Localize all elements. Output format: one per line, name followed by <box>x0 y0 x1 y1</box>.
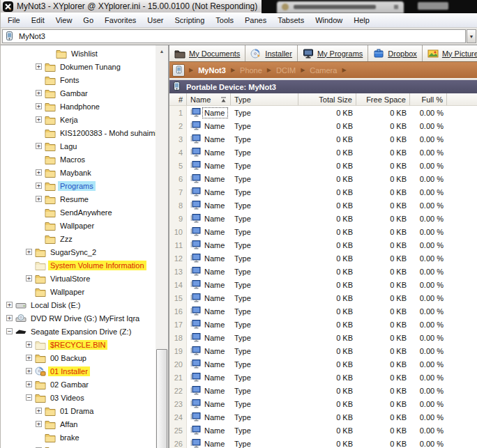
tree-scrollbar-thumb[interactable] <box>156 349 167 448</box>
file-row-3[interactable]: 3NameType0 KB0 KB0.00 % <box>169 132 477 146</box>
file-row-9[interactable]: 9NameType0 KB0 KB0.00 % <box>169 212 477 225</box>
name-cell[interactable]: Name <box>187 106 231 119</box>
name-cell[interactable]: Name <box>187 172 231 185</box>
file-row-21[interactable]: 21NameType0 KB0 KB0.00 % <box>169 371 477 384</box>
expand-icon[interactable]: + <box>6 315 13 321</box>
tree-item-dvd-rw-drive-g-myfirst-iqra[interactable]: +DVD RW Drive (G:) MyFirst Iqra <box>1 311 154 325</box>
expand-icon[interactable]: + <box>36 421 42 427</box>
tree-item-lagu[interactable]: +Lagu <box>1 139 154 153</box>
name-cell[interactable]: Name <box>187 331 231 344</box>
name-cell[interactable]: Name <box>187 252 231 265</box>
expand-icon[interactable]: + <box>36 63 42 70</box>
column-header--[interactable]: # <box>169 93 187 105</box>
tree-item-system-volume-information[interactable]: System Volume Information <box>1 258 154 272</box>
tree-item-seagate-expansion-drive-z-[interactable]: −Seagate Expansion Drive (Z:) <box>1 325 154 338</box>
file-row-16[interactable]: 16NameType0 KB0 KB0.00 % <box>169 304 477 318</box>
tree-item-virtualstore[interactable]: +VirtualStore <box>1 272 154 285</box>
expand-icon[interactable]: + <box>36 408 42 414</box>
column-header-type[interactable]: Type <box>231 93 298 105</box>
menu-item-window[interactable]: Window <box>310 13 348 27</box>
file-row-22[interactable]: 22NameType0 KB0 KB0.00 % <box>169 384 477 397</box>
expand-icon[interactable]: + <box>36 103 42 109</box>
tab-dropbox[interactable]: Dropbox <box>368 45 423 61</box>
tab-my-programs[interactable]: My Programs <box>298 45 368 61</box>
name-cell[interactable]: Name <box>187 397 231 410</box>
name-cell[interactable]: Name <box>187 357 231 371</box>
file-row-7[interactable]: 7NameType0 KB0 KB0.00 % <box>169 185 477 199</box>
tab-my-pictures[interactable]: My Pictures <box>423 45 477 61</box>
tree-item-local-disk-e-[interactable]: +Local Disk (E:) <box>1 298 154 311</box>
menu-item-favorites[interactable]: Favorites <box>99 13 142 27</box>
tree-item[interactable]: + <box>1 444 154 448</box>
menu-item-scripting[interactable]: Scripting <box>169 13 211 27</box>
expand-icon[interactable]: + <box>36 143 42 149</box>
file-row-15[interactable]: 15NameType0 KB0 KB0.00 % <box>169 291 477 304</box>
expand-icon[interactable]: + <box>36 116 42 123</box>
expand-icon[interactable]: + <box>26 249 32 255</box>
tree-scrollbar[interactable]: ▲ <box>156 45 168 448</box>
name-cell[interactable]: Name <box>187 199 231 212</box>
menu-item-edit[interactable]: Edit <box>26 13 50 27</box>
tab-installer[interactable]: Installer <box>245 45 298 61</box>
file-row-11[interactable]: 11NameType0 KB0 KB0.00 % <box>169 238 477 252</box>
menu-item-file[interactable]: File <box>2 13 26 27</box>
breadcrumb-item-mynot3[interactable]: MyNot3 <box>197 66 227 75</box>
file-row-6[interactable]: 6NameType0 KB0 KB0.00 % <box>169 172 477 185</box>
column-header-full-[interactable]: Full % <box>410 93 447 105</box>
tree-item-resume[interactable]: +Resume <box>1 192 154 206</box>
menu-item-user[interactable]: User <box>142 13 169 27</box>
file-row-14[interactable]: 14NameType0 KB0 KB0.00 % <box>169 278 477 291</box>
tree-item-programs[interactable]: +Programs <box>1 179 154 192</box>
tree-item-03-videos[interactable]: −03 Videos <box>1 391 154 404</box>
address-dropdown-button[interactable]: ▼ <box>467 29 476 43</box>
name-cell[interactable]: Name <box>187 410 231 424</box>
name-cell[interactable]: Name <box>187 132 231 146</box>
name-cell[interactable]: Name <box>187 278 231 291</box>
tree-item-00-backup[interactable]: +00 Backup <box>1 351 154 364</box>
column-header-name[interactable]: Name <box>187 93 231 105</box>
file-row-23[interactable]: 23NameType0 KB0 KB0.00 % <box>169 397 477 410</box>
menu-item-help[interactable]: Help <box>348 13 375 27</box>
expand-icon[interactable]: + <box>36 90 42 96</box>
expand-icon[interactable]: + <box>26 275 32 281</box>
expand-icon[interactable]: + <box>26 381 32 387</box>
expand-icon[interactable]: + <box>26 368 32 374</box>
file-row-17[interactable]: 17NameType0 KB0 KB0.00 % <box>169 318 477 331</box>
tree-item-kerja[interactable]: +Kerja <box>1 113 154 126</box>
column-header-total-size[interactable]: Total Size <box>298 93 356 105</box>
expand-icon[interactable]: + <box>26 355 32 361</box>
tab-my-documents[interactable]: My Documents <box>169 45 245 61</box>
tree-item-wallpaper[interactable]: Wallpaper <box>1 285 154 298</box>
menu-item-view[interactable]: View <box>50 13 78 27</box>
tree-item--recycle-bin[interactable]: +$RECYCLE.BIN <box>1 338 154 351</box>
file-row-2[interactable]: 2NameType0 KB0 KB0.00 % <box>169 119 477 132</box>
name-cell[interactable]: Name <box>187 384 231 397</box>
tree-item-wishlist[interactable]: Wishlist <box>1 47 154 60</box>
menu-item-tabsets[interactable]: Tabsets <box>272 13 310 27</box>
breadcrumb-device-button[interactable] <box>172 64 185 77</box>
expand-icon[interactable]: + <box>26 341 32 348</box>
file-row-4[interactable]: 4NameType0 KB0 KB0.00 % <box>169 146 477 159</box>
file-row-20[interactable]: 20NameType0 KB0 KB0.00 % <box>169 357 477 371</box>
tree-item-dokumen-tunang[interactable]: +Dokumen Tunang <box>1 60 154 73</box>
tree-item-affan[interactable]: +Affan <box>1 417 154 431</box>
name-cell[interactable]: Name <box>187 424 231 437</box>
tree-item-brake[interactable]: brake <box>1 431 154 444</box>
tree-item-gambar[interactable]: +Gambar <box>1 86 154 100</box>
file-row-26[interactable]: 26NameType0 KB0 KB0.00 % <box>169 437 477 448</box>
menu-item-panes[interactable]: Panes <box>239 13 272 27</box>
name-cell[interactable]: Name <box>187 212 231 225</box>
file-row-12[interactable]: 12NameType0 KB0 KB0.00 % <box>169 252 477 265</box>
tree-item-wallpaper[interactable]: Wallpaper <box>1 219 154 232</box>
file-row-13[interactable]: 13NameType0 KB0 KB0.00 % <box>169 265 477 278</box>
tree-item-sendanywhere[interactable]: SendAnywhere <box>1 206 154 219</box>
file-row-19[interactable]: 19NameType0 KB0 KB0.00 % <box>169 344 477 357</box>
address-bar[interactable]: MyNot3 <box>2 29 466 43</box>
name-cell[interactable]: Name <box>187 146 231 159</box>
file-row-24[interactable]: 24NameType0 KB0 KB0.00 % <box>169 410 477 424</box>
name-cell[interactable]: Name <box>187 318 231 331</box>
expand-icon[interactable]: + <box>36 169 42 176</box>
tree-item-fonts[interactable]: Fonts <box>1 73 154 86</box>
name-cell[interactable]: Name <box>187 291 231 304</box>
tree-item-sugarsync-2[interactable]: +SugarSync_2 <box>1 245 154 258</box>
